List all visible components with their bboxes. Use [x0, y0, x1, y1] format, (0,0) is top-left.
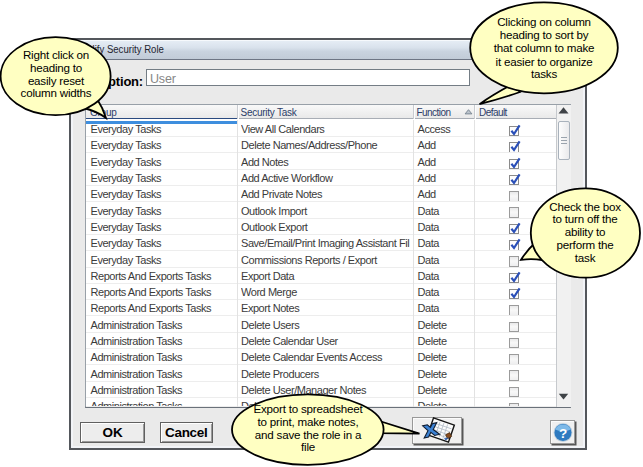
svg-text:heading to sort by: heading to sort by — [500, 28, 589, 41]
svg-text:and save the role in a: and save the role in a — [255, 428, 362, 441]
svg-text:that column to make: that column to make — [494, 41, 595, 54]
svg-text:Clicking on column: Clicking on column — [497, 15, 591, 28]
svg-text:tasks: tasks — [531, 67, 557, 80]
svg-text:to print, make notes,: to print, make notes, — [258, 415, 359, 428]
svg-text:column widths: column widths — [21, 86, 92, 99]
svg-text:heading to: heading to — [30, 61, 82, 74]
svg-text:task: task — [575, 251, 596, 264]
svg-text:ability to: ability to — [565, 225, 606, 238]
svg-text:file: file — [301, 440, 315, 453]
svg-text:Export to spreadsheet: Export to spreadsheet — [253, 402, 363, 415]
svg-text:Right click on: Right click on — [23, 48, 89, 61]
svg-text:Check the box: Check the box — [549, 200, 621, 213]
svg-text:easily reset: easily reset — [28, 74, 85, 87]
svg-text:?: ? — [559, 426, 567, 441]
svg-text:perform the: perform the — [556, 238, 613, 251]
svg-text:to turn off the: to turn off the — [552, 212, 617, 225]
